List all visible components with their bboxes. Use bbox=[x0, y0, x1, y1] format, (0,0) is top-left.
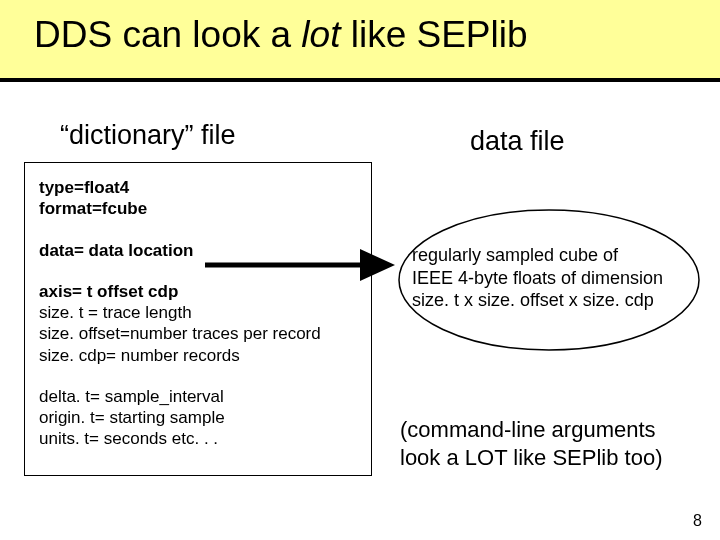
commandline-note: (command-line arguments look a LOT like … bbox=[400, 416, 710, 471]
title-pre: DDS can look a bbox=[34, 14, 301, 55]
data-file-ellipse: regularly sampled cube of IEEE 4-byte fl… bbox=[394, 204, 704, 356]
ellipse-l3: size. t x size. offset x size. cdp bbox=[412, 289, 692, 312]
cmdline-l2: look a LOT like SEPlib too) bbox=[400, 444, 710, 472]
title-band: DDS can look a lot like SEPlib bbox=[0, 0, 720, 82]
dict-origin: origin. t= starting sample bbox=[39, 407, 357, 428]
dict-units: units. t= seconds etc. . . bbox=[39, 428, 357, 449]
dict-size-t: size. t = trace length bbox=[39, 302, 357, 323]
dict-type: type=float4 bbox=[39, 177, 357, 198]
title-post: like SEPlib bbox=[340, 14, 527, 55]
ellipse-l1: regularly sampled cube of bbox=[412, 244, 692, 267]
dict-delta: delta. t= sample_interval bbox=[39, 386, 357, 407]
subhead-datafile: data file bbox=[470, 126, 565, 157]
page-number: 8 bbox=[693, 512, 702, 530]
dictionary-file-box: type=float4 format=fcube data= data loca… bbox=[24, 162, 372, 476]
dict-format: format=fcube bbox=[39, 198, 357, 219]
ellipse-text: regularly sampled cube of IEEE 4-byte fl… bbox=[412, 244, 692, 312]
subhead-dictionary: “dictionary” file bbox=[60, 120, 236, 151]
svg-marker-1 bbox=[360, 249, 395, 281]
dict-size-cdp: size. cdp= number records bbox=[39, 345, 357, 366]
cmdline-l1: (command-line arguments bbox=[400, 416, 710, 444]
arrow-icon bbox=[205, 235, 395, 295]
dict-size-offset: size. offset=number traces per record bbox=[39, 323, 357, 344]
slide-title: DDS can look a lot like SEPlib bbox=[34, 14, 528, 56]
ellipse-l2: IEEE 4-byte floats of dimension bbox=[412, 267, 692, 290]
title-ital: lot bbox=[301, 14, 340, 55]
